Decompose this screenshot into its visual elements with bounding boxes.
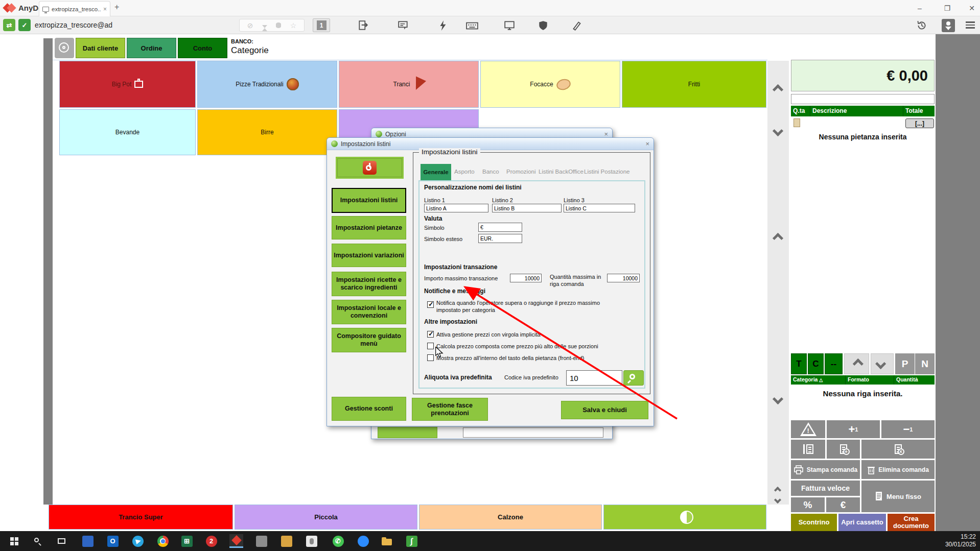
speed-icon[interactable]: ⇄	[3, 19, 15, 31]
iva-search-button[interactable]	[623, 370, 644, 386]
apri-cassetto-button[interactable]: Apri cassetto	[838, 514, 886, 531]
sidebar-impostazioni-listini[interactable]: Impostazioni listini	[332, 188, 406, 213]
crea-documento-button[interactable]: Crea documento	[888, 514, 935, 531]
comanda-remove-button[interactable]: ×	[861, 440, 935, 459]
tab-asporto[interactable]: Asporto	[454, 169, 475, 175]
pos-home-button[interactable]	[55, 38, 74, 58]
tab-listini-backoffice[interactable]: Listini BackOffice	[539, 169, 584, 175]
category-focacce[interactable]: Focacce	[480, 61, 620, 108]
dati-cliente-button[interactable]: Dati cliente	[76, 38, 125, 58]
category-tranci[interactable]: Tranci	[339, 61, 479, 108]
category-pizze-tradizionali[interactable]: Pizze Tradizionali	[197, 61, 337, 108]
column-quantita[interactable]: Quantità	[894, 375, 935, 385]
elimina-comanda-button[interactable]: Elimina comanda	[861, 460, 935, 479]
simbolo-esteso-input[interactable]	[478, 234, 522, 243]
order-more-button[interactable]: [...]	[905, 118, 934, 128]
product-calzone[interactable]: Calzone	[419, 505, 602, 530]
scroll-down-icon[interactable]	[773, 394, 783, 404]
warning-button[interactable]: !	[791, 420, 825, 438]
menu-icon[interactable]	[966, 21, 975, 30]
mode-t-button[interactable]: T	[791, 353, 807, 374]
importo-massimo-input[interactable]	[510, 274, 542, 282]
euro-button[interactable]: €	[826, 497, 860, 512]
gestione-sconti-button[interactable]: Gestione sconti	[332, 397, 406, 421]
taskbar-app-light[interactable]	[305, 534, 318, 548]
order-input-row[interactable]	[791, 94, 935, 104]
column-categoria[interactable]: Categoria △	[791, 375, 846, 385]
fattura-veloce-button[interactable]: Fattura veloce	[791, 481, 860, 496]
taskbar-file-explorer[interactable]	[380, 534, 393, 548]
salva-e-chiudi-button[interactable]: Salva e chiudi	[561, 401, 648, 419]
session-tab[interactable]: extropizza_tresco... ×	[39, 1, 110, 16]
scroll-down-icon[interactable]	[773, 126, 783, 136]
mostra-prezzo-label[interactable]: Mostra prezzo all'interno del tasto dell…	[436, 355, 641, 362]
category-birre[interactable]: Birre	[197, 109, 337, 155]
menu-fisso-button[interactable]: Menu fisso	[861, 481, 935, 512]
close-button[interactable]: ✕	[965, 2, 979, 14]
mostra-prezzo-checkbox[interactable]	[427, 354, 434, 361]
whiteboard-pen-icon[interactable]	[571, 20, 582, 31]
ordine-button[interactable]: Ordine	[127, 38, 176, 58]
product-piccola[interactable]: Piccola	[235, 505, 417, 530]
opzioni-partial-white-button[interactable]	[463, 427, 603, 438]
scroll-up-icon[interactable]	[773, 233, 783, 244]
dialog-titlebar[interactable]: Impostazioni listini ×	[327, 138, 654, 150]
notifica-checkbox[interactable]	[427, 301, 434, 308]
task-view-button[interactable]	[55, 534, 68, 548]
display-settings-icon[interactable]	[504, 20, 515, 31]
taskbar-app-chrome[interactable]	[156, 534, 170, 548]
virgola-implicita-checkbox[interactable]	[427, 331, 434, 338]
simbolo-input[interactable]	[478, 223, 522, 232]
percent-button[interactable]: %	[791, 497, 825, 512]
mode-dash-button[interactable]: --	[825, 353, 843, 374]
tab-banco[interactable]: Banco	[482, 169, 499, 175]
maximize-button[interactable]: ❐	[940, 2, 954, 14]
taskbar-app-outlook[interactable]: O	[106, 534, 120, 548]
taskbar-app-amber[interactable]	[279, 534, 293, 548]
dialog-close-icon[interactable]: ×	[645, 140, 649, 148]
taskbar-app-anydesk-active[interactable]	[229, 534, 243, 548]
scroll-down-small-icon[interactable]	[774, 496, 781, 504]
n-button[interactable]: N	[915, 353, 935, 374]
chat-icon[interactable]	[398, 20, 409, 31]
row-down-button[interactable]	[871, 353, 894, 374]
mode-c-button[interactable]: C	[808, 353, 824, 374]
gestione-fasce-button[interactable]: Gestione fasce prenotazioni	[412, 398, 488, 421]
product-trancio-super[interactable]: Trancio Super	[49, 505, 233, 530]
taskbar-app-red2[interactable]: 2	[204, 534, 218, 548]
sidebar-impostazioni-pietanze[interactable]: Impostazioni pietanze	[332, 216, 406, 239]
stampa-comanda-button[interactable]: Stampa comanda	[791, 460, 860, 479]
taskbar-app-blue-circle[interactable]	[356, 534, 370, 548]
start-button[interactable]	[7, 534, 21, 548]
p-button[interactable]: P	[895, 353, 915, 374]
row-up-button[interactable]	[844, 353, 869, 374]
category-fritti[interactable]: Fritti	[622, 61, 766, 108]
sidebar-impostazioni-variazioni[interactable]: Impostazioni variazioni	[332, 244, 406, 267]
tab-close-icon[interactable]: ×	[103, 6, 107, 13]
sidebar-compositore-menu[interactable]: Compositore guidato menù	[332, 328, 406, 352]
prezzo-composta-checkbox[interactable]	[427, 343, 434, 349]
tab-listini-postazione[interactable]: Listini Postazione	[584, 169, 630, 175]
product-green-circle[interactable]	[603, 505, 766, 530]
taskbar-app-green-integral[interactable]: ∫	[405, 534, 418, 548]
opzioni-partial-green-button[interactable]	[378, 427, 437, 438]
minimize-button[interactable]: –	[913, 2, 927, 14]
tab-generale[interactable]: Generale	[421, 164, 451, 180]
column-formato[interactable]: Formato	[846, 375, 894, 385]
category-bevande[interactable]: Bevande	[59, 109, 196, 155]
keyboard-icon[interactable]	[466, 20, 478, 31]
taskbar-app-green-phone[interactable]: ✆	[331, 534, 345, 548]
opzioni-close-icon[interactable]: ×	[604, 130, 608, 138]
codice-iva-input[interactable]	[566, 370, 622, 386]
scontrino-button[interactable]: Scontrino	[791, 514, 837, 531]
category-big-pot[interactable]: Big Pot	[59, 61, 196, 108]
taskbar-app-gray[interactable]	[254, 534, 268, 548]
new-tab-button[interactable]: +	[114, 3, 119, 12]
listino2-input[interactable]	[492, 204, 562, 212]
conto-button[interactable]: Conto	[178, 38, 227, 58]
scroll-up-small-icon[interactable]	[774, 487, 781, 494]
plus-one-button[interactable]: +1	[827, 420, 880, 438]
comanda-add-button[interactable]: +	[827, 440, 860, 459]
prezzo-composta-label[interactable]: Calcola prezzo composta come prezzo più …	[436, 343, 641, 350]
accept-session-icon[interactable]	[942, 19, 955, 32]
